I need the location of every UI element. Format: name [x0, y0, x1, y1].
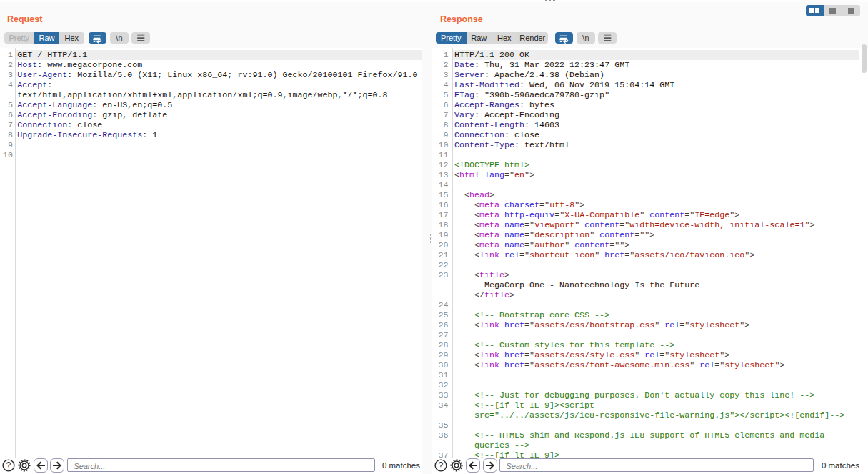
svg-text:?: ?	[6, 460, 11, 470]
svg-text:?: ?	[439, 460, 444, 470]
